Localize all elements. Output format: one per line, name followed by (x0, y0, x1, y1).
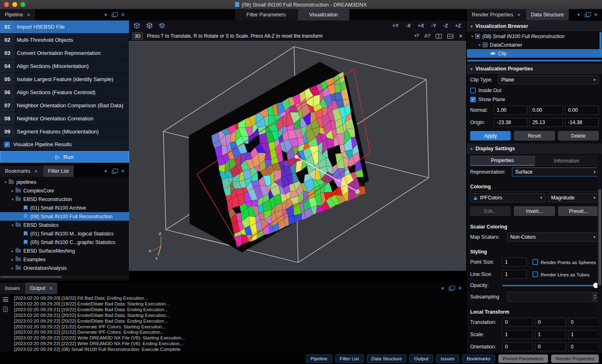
statusbar-toggle-pinned-parameters[interactable]: Pinned Parameters (498, 355, 548, 363)
visualization-properties-header[interactable]: ▾ Visualization Properties (467, 64, 602, 74)
invert-colors-button[interactable]: Invert... (514, 206, 554, 216)
statusbar-toggle-bookmarks[interactable]: Bookmarks (462, 355, 495, 363)
spin-up-icon[interactable]: ▲ (594, 294, 596, 297)
minimize-window-button[interactable] (12, 2, 17, 7)
split-vertical-icon[interactable] (436, 34, 442, 38)
visualize-results-checkbox[interactable]: ✓ (4, 142, 10, 147)
pipeline-step[interactable]: 06Align Sections (Feature Centroid) (0, 86, 129, 99)
number-input[interactable]: 0 (535, 318, 566, 327)
tab-filter-list[interactable]: Filter List (43, 165, 74, 177)
axis-button-plusminus-y[interactable]: +Y (392, 23, 399, 29)
panel-menu-icon[interactable]: ▾ (441, 286, 444, 291)
tree-folder-row[interactable]: ▸EBSD SurfaceMeshing (0, 246, 129, 255)
tree-folder-row[interactable]: ▾EBSD Statistics (0, 221, 129, 229)
zoom-window-button[interactable] (20, 2, 25, 7)
edit-colors-button[interactable]: Edit... (470, 206, 511, 216)
pipeline-step[interactable]: 07Neighbor Orientation Comparison (Bad D… (0, 99, 129, 112)
number-input[interactable]: 0.00 (565, 106, 599, 115)
chevron-right-icon[interactable]: ▸ (9, 266, 16, 270)
panel-menu-icon[interactable]: ▾ (104, 169, 107, 174)
tree-folder-row[interactable]: ▾pipelines (0, 178, 129, 186)
close-view-icon[interactable]: ✕ (459, 33, 463, 39)
browser-vscrollbar[interactable] (600, 32, 602, 56)
pipeline-step[interactable]: 08Neighbor Orientation Correlation (0, 112, 129, 125)
close-panel-icon[interactable]: ✕ (121, 169, 125, 174)
number-input[interactable]: 1 (535, 330, 566, 339)
number-input[interactable]: 1 (502, 330, 533, 339)
chevron-down-icon[interactable]: ▾ (2, 180, 9, 184)
panel-vscrollbar-thumb[interactable] (598, 189, 601, 285)
tree-folder-row[interactable]: ▾EBSD Reconstruction (0, 195, 129, 203)
camera-rotate-cube-icon[interactable] (158, 22, 167, 30)
number-input[interactable]: 1 (568, 330, 599, 339)
component-select[interactable]: Magnitude ▾ (548, 193, 599, 202)
tab-output[interactable]: Output ✕ (25, 283, 58, 294)
chevron-right-icon[interactable]: ▸ (9, 189, 16, 193)
axis-button-minus-y[interactable]: -Y (431, 23, 437, 29)
color-array-select[interactable]: IPFColors ▾ (470, 193, 545, 202)
console-wrap-icon[interactable] (3, 297, 8, 302)
tree-folder-row[interactable]: ▸ComplexCore (0, 186, 129, 195)
close-panel-icon[interactable]: ✕ (121, 12, 125, 17)
tab-data-structure[interactable]: Data Structure (526, 9, 569, 20)
visualization-browser-header[interactable]: ▾ Visualization Browser (467, 21, 602, 31)
line-size-input[interactable]: 1 (502, 270, 527, 279)
display-settings-header[interactable]: ▾ Display Settings (467, 144, 602, 154)
tab-display-properties[interactable]: Properties (470, 156, 535, 166)
close-tab-icon[interactable]: ✕ (27, 12, 30, 17)
close-panel-icon[interactable]: ✕ (594, 12, 598, 17)
spin-down-icon[interactable]: ▼ (594, 297, 596, 300)
number-input[interactable]: 0 (568, 342, 599, 351)
inside-out-checkbox[interactable] (470, 88, 476, 93)
point-help-icon[interactable]: •? (414, 33, 419, 39)
delete-button[interactable]: Delete (558, 131, 599, 140)
undock-icon[interactable] (112, 14, 116, 17)
browser-item-dataset[interactable]: ▾(08) Small IN100 Full Reconstruction (467, 32, 602, 41)
tab-display-information[interactable]: Information (535, 156, 599, 166)
tab-visualization[interactable]: Visualization (298, 9, 350, 20)
tab-filter-parameters[interactable]: Filter Parameters (235, 9, 298, 20)
annotation-help-icon[interactable]: A? (424, 33, 430, 39)
undock-icon[interactable] (112, 170, 116, 174)
undock-icon[interactable] (585, 14, 589, 17)
axis-button-plusminus-z[interactable]: +Z (455, 23, 461, 29)
tab-pipeline[interactable]: Pipeline ✕ (0, 9, 36, 20)
subsampling-spinner[interactable]: ▲▼ (507, 292, 599, 302)
render-lines-tubes-checkbox[interactable] (532, 271, 538, 277)
tree-folder-row[interactable]: ▸Examples (0, 255, 129, 264)
axis-button-plusminus-x[interactable]: +X (418, 23, 424, 29)
number-input[interactable]: 25.13 (530, 118, 563, 127)
tab-issues[interactable]: Issues (0, 283, 25, 294)
apply-button[interactable]: Apply (470, 131, 511, 140)
render-points-spheres-checkbox[interactable] (532, 259, 538, 265)
panel-menu-icon[interactable]: ▾ (577, 12, 580, 17)
camera-reset-cube-icon[interactable] (132, 22, 141, 30)
number-input[interactable]: 0.00 (530, 106, 563, 115)
browser-hscrollbar[interactable] (467, 60, 602, 61)
number-input[interactable]: -14.38 (565, 118, 599, 127)
map-scalars-select[interactable]: Non-Colors ▾ (507, 233, 599, 242)
axis-button-minus-x[interactable]: -X (406, 23, 411, 29)
view-mode-badge[interactable]: 3D (132, 32, 143, 40)
statusbar-toggle-pipeline[interactable]: Pipeline (306, 355, 332, 363)
chevron-right-icon[interactable]: ▸ (9, 258, 16, 262)
tree-bookmark-row[interactable]: (05) Small IN100 C...graphic Statistics (0, 238, 129, 246)
statusbar-toggle-filter-list[interactable]: Filter List (335, 355, 364, 363)
console-lines[interactable]: [2023:02:20 09:29:20] [18/22] Fill Bad D… (11, 294, 466, 352)
viewport[interactable]: ZXY (129, 41, 466, 271)
pipeline-step[interactable]: 01Import H5EBSD File (0, 20, 129, 34)
chevron-down-icon[interactable]: ▾ (9, 223, 16, 227)
opacity-slider[interactable] (502, 282, 599, 289)
close-panel-icon[interactable]: ✕ (458, 286, 462, 291)
statusbar-toggle-data-structure[interactable]: Data Structure (367, 355, 407, 363)
pipeline-step[interactable]: 05Isolate Largest Feature (Identify Samp… (0, 73, 129, 86)
viewport-3d-render[interactable]: ZXY (129, 41, 466, 270)
browser-item-container[interactable]: ▾DataContainer (467, 41, 602, 49)
statusbar-toggle-output[interactable]: Output (410, 355, 433, 363)
tree-bookmark-row[interactable]: (01) Small IN100 Archive (0, 203, 129, 212)
close-tab-icon[interactable]: ✕ (49, 286, 53, 291)
tree-folder-row[interactable]: ▸OrientationAnalysis (0, 264, 129, 272)
representation-select[interactable]: Surface ▾ (512, 167, 599, 176)
chevron-down-icon[interactable]: ▾ (469, 34, 475, 38)
bookmarks-hscrollbar[interactable] (0, 276, 129, 278)
